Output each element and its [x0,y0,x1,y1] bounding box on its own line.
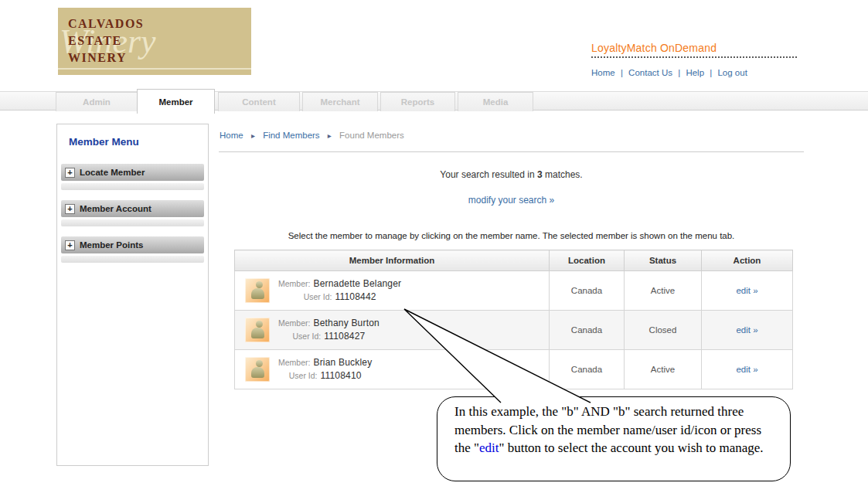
callout-text-2: " button to select the account you wish … [499,440,763,455]
edit-link[interactable]: edit » [736,365,757,374]
sidebar-item-locate-member[interactable]: + Locate Member [61,164,204,181]
main-tab-bar: Admin Member Content Merchant Reports Me… [0,91,868,110]
status-cell: Closed [625,311,702,350]
status-cell: Active [625,271,702,311]
summary-count: 3 [537,169,543,180]
sidebar-subbar [61,256,204,263]
sidebar-title: Member Menu [69,136,208,148]
expand-plus-icon[interactable]: + [65,168,75,178]
utility-separator: | [678,68,680,77]
sidebar-item-label: Member Points [80,240,143,250]
breadcrumb-arrow-icon: ▸ [328,131,332,140]
annotation-callout: In this example, the "b" AND "b" search … [437,396,791,481]
dotted-divider [591,56,797,58]
member-userid[interactable]: 11108442 [335,291,376,302]
status-cell: Active [625,350,702,389]
utility-separator: | [621,68,623,77]
summary-suffix: matches. [543,169,583,180]
logo-stripe [58,68,251,70]
userid-label: User Id: [289,371,318,380]
breadcrumb-find-members[interactable]: Find Members [263,131,320,140]
tab-member[interactable]: Member [137,89,215,114]
table-row: Member:Bernadette Belanger User Id:11108… [235,271,793,311]
breadcrumb-home[interactable]: Home [220,131,243,140]
member-name[interactable]: Bethany Burton [313,318,380,328]
member-label: Member: [278,279,310,288]
member-menu-panel: Member Menu + Locate Member + Member Acc… [56,124,209,466]
tab-reports[interactable]: Reports [380,92,455,111]
sidebar-item-label: Locate Member [80,168,145,177]
sidebar-item-member-account[interactable]: + Member Account [61,200,204,217]
product-brand: LoyaltyMatch OnDemand [591,42,798,58]
utility-separator: | [710,68,712,77]
member-avatar-icon[interactable] [245,357,270,382]
breadcrumb-divider [219,151,804,152]
breadcrumb: Home ▸ Find Members ▸ Found Members [220,131,404,140]
sidebar-subbar [61,219,204,226]
member-avatar-icon[interactable] [245,278,270,303]
sidebar-item-member-points[interactable]: + Member Points [61,236,204,253]
location-cell: Canada [550,271,625,311]
sidebar-group-member-points: + Member Points [61,236,204,263]
logo-line-3: WINERY [68,49,144,66]
search-result-summary: Your search resulted in 3 matches. [219,169,804,180]
summary-prefix: Your search resulted in [440,169,537,180]
select-member-instruction: Select the member to manage by clicking … [219,231,804,240]
col-header-action: Action [702,250,793,271]
table-header-row: Member Information Location Status Actio… [235,250,793,271]
logo-text: CALVADOS ESTATE WINERY [68,15,144,66]
winery-logo: Winery CALVADOS ESTATE WINERY [58,8,251,75]
tab-merchant[interactable]: Merchant [302,92,378,111]
member-info-cell[interactable]: Member:Bernadette Belanger User Id:11108… [235,271,550,311]
col-header-status: Status [625,250,702,271]
tab-content[interactable]: Content [218,92,300,111]
tab-admin[interactable]: Admin [56,92,138,111]
sidebar-subbar [61,183,204,190]
member-name[interactable]: Bernadette Belanger [313,278,401,289]
member-info-cell[interactable]: Member:Bethany Burton User Id:11108427 [235,311,550,350]
col-header-member-information: Member Information [235,250,550,271]
member-avatar-icon[interactable] [245,318,270,342]
product-name: LoyaltyMatch OnDemand [591,42,798,54]
utility-link-contact-us[interactable]: Contact Us [628,68,672,77]
member-label: Member: [278,358,310,367]
utility-link-help[interactable]: Help [686,68,704,77]
member-userid[interactable]: 11108410 [320,370,361,381]
utility-link-log-out[interactable]: Log out [717,68,747,77]
expand-plus-icon[interactable]: + [65,204,75,214]
member-label: Member: [278,318,310,328]
location-cell: Canada [550,311,625,350]
breadcrumb-current: Found Members [339,131,404,140]
found-members-table: Member Information Location Status Actio… [234,250,793,389]
userid-label: User Id: [292,332,321,341]
breadcrumb-arrow-icon: ▸ [251,131,255,140]
member-info-cell[interactable]: Member:Brian Buckley User Id:11108410 [235,350,550,389]
member-userid[interactable]: 11108427 [324,331,365,342]
callout-edit-word: edit [479,440,499,455]
logo-line-1: CALVADOS [68,15,144,32]
expand-plus-icon[interactable]: + [65,240,75,250]
member-name[interactable]: Brian Buckley [313,357,372,368]
modify-search-wrap: modify your search » [219,195,804,206]
utility-link-home[interactable]: Home [591,68,615,77]
utility-nav: Home | Contact Us | Help | Log out [591,68,747,77]
location-cell: Canada [550,350,625,389]
table-row: Member:Brian Buckley User Id:11108410 Ca… [235,350,793,389]
col-header-location: Location [550,250,625,271]
edit-link[interactable]: edit » [736,325,757,335]
sidebar-group-locate-member: + Locate Member [61,164,204,190]
edit-link[interactable]: edit » [736,286,757,295]
tab-media[interactable]: Media [458,92,533,111]
logo-line-2: ESTATE [68,32,144,49]
table-row: Member:Bethany Burton User Id:11108427 C… [235,311,793,350]
sidebar-item-label: Member Account [80,204,151,213]
modify-search-link[interactable]: modify your search » [468,195,554,206]
userid-label: User Id: [304,292,332,301]
sidebar-group-member-account: + Member Account [61,200,204,226]
